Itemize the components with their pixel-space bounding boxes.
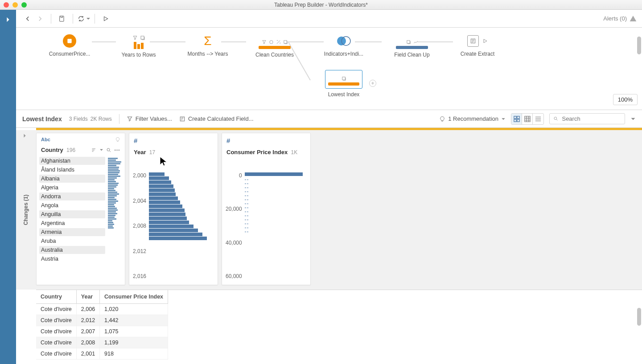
sort-icon[interactable] — [91, 147, 97, 153]
country-value[interactable]: Australia — [39, 246, 105, 254]
profile-card-cpi[interactable]: # Consumer Price Index 1K 020,00040,0006… — [222, 133, 311, 285]
country-value[interactable]: Åland Islands — [39, 166, 105, 174]
changes-tab[interactable]: Changes (1) — [19, 130, 33, 290]
view-toggle[interactable] — [511, 113, 544, 125]
flow-node-pivot[interactable]: Years to Rows — [112, 30, 165, 58]
chevron-right-icon — [5, 16, 11, 23]
field-count: 196 — [66, 147, 75, 153]
search-icon[interactable] — [106, 147, 111, 153]
view-list-icon[interactable] — [522, 114, 533, 124]
table-cell: Cote d'Ivoire — [36, 326, 76, 337]
back-button[interactable] — [21, 12, 34, 25]
more-icon[interactable]: ⋯ — [114, 147, 120, 153]
chevron-down-icon[interactable] — [99, 148, 103, 152]
field-title: Consumer Price Index — [226, 149, 288, 155]
table-cell: 2,007 — [76, 326, 99, 337]
country-values[interactable]: AfghanistanÅland IslandsAlbaniaAlgeriaAn… — [39, 157, 105, 281]
type-string-icon: Abc — [41, 137, 50, 142]
save-button[interactable] — [56, 12, 68, 25]
table-row[interactable]: Cote d'Ivoire2,0081,199 — [36, 337, 168, 348]
run-flow-button[interactable] — [99, 12, 112, 25]
table-cell: Cote d'Ivoire — [36, 304, 76, 315]
minimize-icon[interactable] — [12, 2, 18, 8]
table-row[interactable]: Cote d'Ivoire2,0061,020 — [36, 304, 168, 315]
create-calc-button[interactable]: Create Calculated Field... — [179, 115, 254, 122]
column-header[interactable]: Country — [36, 290, 76, 304]
country-value[interactable]: Austria — [39, 255, 105, 263]
profile-card-year[interactable]: # Year 17 2,0002,0042,0082,0122,016 — [129, 133, 218, 285]
country-value[interactable]: Afghanistan — [39, 157, 105, 165]
country-value[interactable]: Andorra — [39, 192, 105, 200]
svg-rect-13 — [514, 119, 516, 121]
filter-icon — [132, 35, 145, 41]
table-cell: 1,075 — [100, 326, 168, 337]
table-row[interactable]: Cote d'Ivoire2,0121,442 — [36, 315, 168, 326]
node-label: ConsumerPrice... — [43, 51, 96, 57]
country-value[interactable]: Armenia — [39, 228, 105, 236]
table-row[interactable]: Cote d'Ivoire2,0071,075 — [36, 326, 168, 337]
forward-button[interactable] — [34, 12, 46, 25]
flow-node-input[interactable]: ConsumerPrice... — [43, 34, 96, 57]
table-cell: 1,199 — [100, 337, 168, 348]
svg-point-16 — [554, 117, 557, 120]
connections-sidebar[interactable] — [0, 10, 16, 364]
lightbulb-icon — [115, 137, 120, 142]
flow-node-join[interactable]: Indicators+Indi... — [317, 34, 370, 57]
profile-card-country[interactable]: Abc Country 196 ⋯ — [36, 133, 125, 285]
profile-pane: Changes (1) Abc Country 196 ⋯ — [16, 130, 642, 290]
filter-values-button[interactable]: Filter Values... — [127, 115, 172, 122]
column-header[interactable]: Consumer Price Index — [100, 290, 168, 304]
view-grid-icon[interactable] — [533, 114, 543, 124]
field-title: Year — [134, 149, 146, 155]
flow-canvas[interactable]: ConsumerPrice... Years to Rows Σ Months … — [16, 28, 642, 110]
step-name: Lowest Index — [22, 115, 62, 123]
table-cell: Cote d'Ivoire — [36, 348, 76, 360]
column-header[interactable]: Year — [76, 290, 99, 304]
cpi-axis: 020,00040,00060,000 — [226, 172, 245, 279]
play-icon[interactable] — [482, 38, 488, 44]
scrollbar-handle[interactable] — [637, 308, 641, 326]
lightbulb-icon — [439, 116, 445, 122]
flow-node-aggregate[interactable]: Σ Months --> Years — [181, 34, 235, 57]
table-row[interactable]: Cote d'Ivoire2,001918 — [36, 348, 168, 360]
field-count: 17 — [149, 149, 155, 155]
country-value[interactable]: Argentina — [39, 219, 105, 227]
svg-point-17 — [107, 148, 110, 151]
country-value[interactable]: Albania — [39, 175, 105, 183]
country-value[interactable]: Algeria — [39, 184, 105, 192]
table-body: Cote d'Ivoire2,0061,020Cote d'Ivoire2,01… — [36, 304, 168, 360]
scrollbar-handle[interactable] — [637, 37, 641, 54]
node-label: Indicators+Indi... — [317, 51, 370, 57]
refresh-button[interactable] — [78, 12, 90, 25]
field-count: 1K — [291, 149, 298, 155]
add-step-button[interactable]: + — [369, 80, 376, 87]
zoom-indicator[interactable]: 100% — [613, 94, 638, 105]
search-box[interactable] — [549, 113, 625, 124]
table-cell: 1,442 — [100, 315, 168, 326]
data-grid[interactable]: CountryYearConsumer Price Index Cote d'I… — [36, 290, 642, 364]
search-input[interactable] — [561, 115, 621, 123]
app-toolbar: Alerts (0) — [16, 10, 642, 28]
flow-node-lowest-index[interactable]: + Lowest Index — [310, 70, 377, 98]
icons-row — [262, 40, 288, 45]
flow-node-clean-fields[interactable]: Field Clean Up — [385, 30, 439, 58]
close-icon[interactable] — [4, 2, 9, 8]
country-value[interactable]: Anguilla — [39, 210, 105, 218]
rec-label: 1 Recommendation — [448, 115, 498, 122]
maximize-icon[interactable] — [21, 2, 27, 8]
table-cell: Cote d'Ivoire — [36, 337, 76, 348]
node-label: Clean Countries — [248, 52, 301, 58]
table-cell: Cote d'Ivoire — [36, 315, 76, 326]
node-label: Months --> Years — [181, 51, 235, 57]
flow-node-clean-countries[interactable]: Clean Countries — [248, 30, 301, 58]
collapse-panel-icon[interactable] — [630, 116, 636, 122]
chevron-down-icon — [501, 117, 506, 121]
view-profile-icon[interactable] — [511, 114, 522, 124]
flow-node-output[interactable]: Create Extract — [451, 34, 504, 57]
window-controls — [4, 2, 27, 8]
country-value[interactable]: Aruba — [39, 237, 105, 245]
country-value[interactable]: Angola — [39, 201, 105, 209]
recommendations-button[interactable]: 1 Recommendation — [439, 115, 506, 122]
alerts-indicator[interactable]: Alerts (0) — [603, 15, 637, 22]
table-cell: 2,006 — [76, 304, 99, 315]
